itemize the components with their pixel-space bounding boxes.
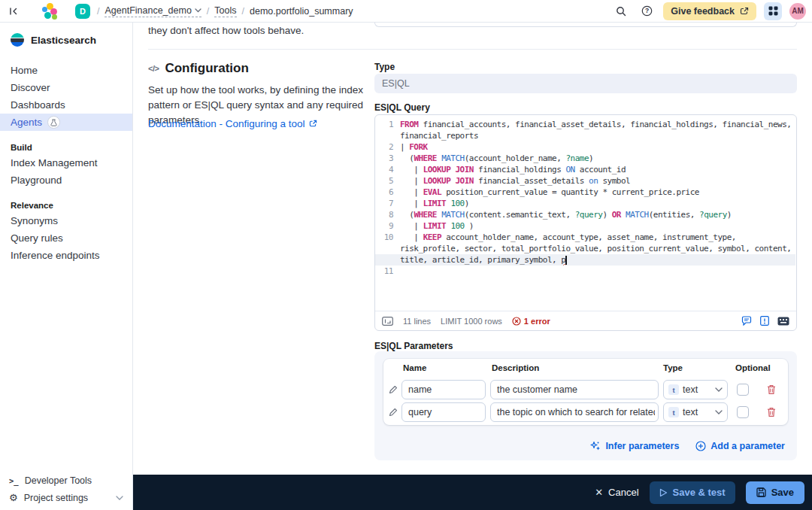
sidebar: Elasticsearch Home Discover Dashboards A… [0,23,133,510]
code-line[interactable]: 9 | LIMIT 100 ) [375,220,795,232]
edit-pencil-icon[interactable] [389,385,398,394]
main-content: they don't affect how tools behave. </> … [133,23,812,475]
infer-parameters-button[interactable]: Infer parameters [590,441,679,451]
project-badge[interactable]: D [75,4,90,19]
param-name-input[interactable] [401,380,486,399]
error-icon [512,317,521,326]
sidebar-item-home[interactable]: Home [0,62,132,79]
gear-icon: ⚙ [9,493,18,502]
chevron-down-icon [116,496,123,500]
external-link-icon [740,7,749,16]
parameters-panel: Name Description Type Optional t text [374,351,797,460]
limit-rows: LIMIT 1000 rows [441,317,502,326]
elastic-logo-icon[interactable] [42,3,59,20]
external-link-icon [309,120,317,128]
app-window: D / AgentFinance_demo / Tools / demo.por… [0,0,812,510]
sidebar-item-query-rules[interactable]: Query rules [0,229,132,247]
param-description-input[interactable] [490,380,659,399]
feedback-comment-icon[interactable] [741,316,752,326]
parameter-row: t text [383,380,788,401]
plus-circle-icon [695,441,706,451]
error-status[interactable]: 1 error [512,317,550,326]
column-header-type: Type [663,363,683,372]
sidebar-item-index-management[interactable]: Index Management [0,154,132,172]
sidebar-app-title: Elasticsearch [31,35,96,46]
optional-checkbox[interactable] [737,384,749,396]
edit-pencil-icon[interactable] [389,408,398,417]
type-field-input[interactable] [374,74,797,93]
sparkles-icon [590,441,601,451]
sidebar-item-synonyms[interactable]: Synonyms [0,212,132,229]
play-icon [659,488,668,497]
breadcrumb-separator: / [242,6,244,17]
keyboard-icon[interactable] [777,317,789,326]
column-header-description: Description [492,363,539,372]
code-line[interactable]: 7 | LIMIT 100) [375,198,795,209]
editor-shortcuts-icon[interactable] [382,317,393,326]
optional-checkbox[interactable] [737,406,749,418]
chevron-down-icon [715,387,723,392]
esql-parameters-label: ES|QL Parameters [374,341,453,351]
top-header: D / AgentFinance_demo / Tools / demo.por… [0,0,812,23]
param-type-select[interactable]: t text [663,402,728,422]
apps-grid-icon[interactable] [764,2,782,20]
esql-code-lines[interactable]: 1FROM financial_accounts, financial_asse… [375,119,795,310]
cancel-button[interactable]: ✕ Cancel [595,487,638,498]
give-feedback-button[interactable]: Give feedback [663,2,756,20]
save-button[interactable]: Save [746,481,804,504]
save-and-test-button[interactable]: Save & test [650,481,735,504]
search-icon[interactable] [612,2,630,20]
breadcrumb-separator: / [207,6,209,17]
code-line[interactable]: risk_profile, sector, total_portfolio_va… [375,243,795,254]
code-icon: </> [148,64,159,73]
breadcrumb-current-page: demo.portfolio_summary [250,6,353,17]
code-line[interactable]: 6 | EVAL position_current_value = quanti… [375,187,795,198]
add-parameter-button[interactable]: Add a parameter [695,441,785,451]
chevron-down-icon [195,8,201,13]
param-description-input[interactable] [490,402,659,422]
documentation-icon[interactable] [760,316,769,326]
delete-trash-icon[interactable] [767,407,776,417]
sidebar-item-playground[interactable]: Playground [0,172,132,189]
user-avatar[interactable]: AM [789,3,806,20]
code-line[interactable]: 10 | KEEP account_holder_name, account_t… [375,232,795,243]
previous-section-text: they don't affect how tools behave. [148,25,304,36]
tech-preview-flask-icon [47,116,60,129]
breadcrumb-tools[interactable]: Tools [214,5,236,17]
sidebar-item-inference-endpoints[interactable]: Inference endpoints [0,247,132,264]
text-token-icon: t [668,384,679,395]
elasticsearch-logo-icon [11,33,24,47]
esql-query-editor[interactable]: 1FROM financial_accounts, financial_asse… [374,114,797,331]
sidebar-item-agents[interactable]: Agents [0,114,132,131]
param-type-select[interactable]: t text [663,380,728,399]
code-line[interactable]: 1FROM financial_accounts, financial_asse… [375,119,795,130]
column-header-optional: Optional [735,363,771,372]
documentation-link[interactable]: Documentation - Configuring a tool [148,118,317,129]
chevron-down-icon [715,410,723,414]
delete-trash-icon[interactable] [767,384,776,395]
console-icon: >_ [9,476,19,485]
text-token-icon: t [668,407,679,417]
text-cursor [565,256,567,265]
code-line[interactable]: 3 (WHERE MATCH(account_holder_name, ?nam… [375,153,795,164]
breadcrumb-project[interactable]: AgentFinance_demo [105,5,201,17]
sidebar-item-project-settings[interactable]: ⚙ Project settings [0,489,132,506]
code-line[interactable]: financial_reports [375,130,795,141]
sidebar-item-dashboards[interactable]: Dashboards [0,96,132,114]
code-line[interactable]: 4 | LOOKUP JOIN financial_holdings ON ac… [375,164,795,175]
collapse-sidebar-icon[interactable] [5,2,23,20]
param-name-input[interactable] [401,402,486,422]
code-line[interactable]: title, article_id, primary_symbol, p [375,254,795,266]
sidebar-item-developer-tools[interactable]: >_ Developer Tools [0,472,132,489]
code-line[interactable]: 11 [375,266,795,277]
parameter-row: t text [383,402,788,423]
section-divider [148,49,797,50]
code-line[interactable]: 2| FORK [375,141,795,153]
sidebar-item-discover[interactable]: Discover [0,79,132,96]
code-line[interactable]: 8 (WHERE MATCH(content.semantic_text, ?q… [375,209,795,220]
configuration-title: Configuration [165,61,248,76]
help-icon[interactable]: ? [638,2,656,20]
code-line[interactable]: 5 | LOOKUP JOIN financial_asset_details … [375,175,795,187]
sidebar-section-build: Build [0,141,132,154]
breadcrumb: / AgentFinance_demo / Tools / demo.portf… [97,5,353,17]
